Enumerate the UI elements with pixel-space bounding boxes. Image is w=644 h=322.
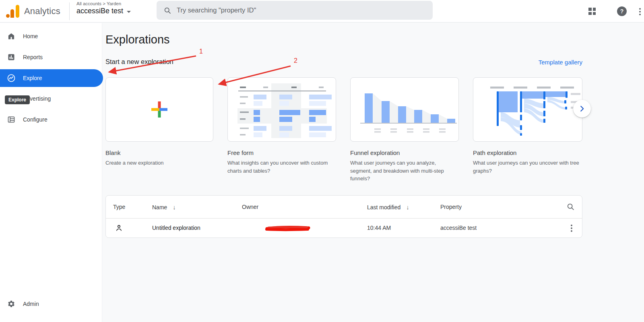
help-icon[interactable]: ? <box>617 6 627 16</box>
card-funnel-exploration[interactable]: Funnel exploration What user journeys ca… <box>350 77 459 183</box>
search-input[interactable] <box>177 6 418 14</box>
blank-thumbnail <box>105 77 213 142</box>
reports-icon <box>6 53 16 61</box>
column-header-last-modified[interactable]: Last modified↓ <box>367 196 409 219</box>
table-header: Type Name↓ Owner Last modified↓ Property <box>106 196 582 219</box>
search-icon <box>163 6 171 14</box>
top-app-bar: Analytics All accounts > Yarden accessiB… <box>0 0 644 23</box>
user-type-icon <box>115 224 123 234</box>
analytics-app: Analytics All accounts > Yarden accessiB… <box>0 0 644 322</box>
column-header-type[interactable]: Type <box>113 196 125 219</box>
sidebar-item-configure[interactable]: Configure <box>0 111 102 128</box>
explore-icon <box>6 74 16 83</box>
sidebar: Home Reports Explore <box>0 23 102 322</box>
exploration-name[interactable]: Untitled exploration <box>152 219 200 237</box>
property-value: accessiBe test <box>440 219 477 237</box>
chevron-down-icon <box>127 11 131 13</box>
row-more-options-icon[interactable] <box>571 225 572 232</box>
card-title: Funnel exploration <box>350 149 459 156</box>
chevron-right-icon <box>578 104 586 113</box>
plus-icon <box>150 100 169 119</box>
card-description: What user journeys can you analyze, segm… <box>350 159 459 183</box>
card-title: Free form <box>227 149 336 156</box>
card-description: Create a new exploration <box>105 159 213 167</box>
table-row[interactable]: Untitled exploration 10:44 AM accessiBe … <box>106 219 582 237</box>
analytics-logo-icon <box>6 4 20 19</box>
card-blank[interactable]: Blank Create a new exploration <box>105 77 213 167</box>
sidebar-item-label: Explore <box>23 75 42 81</box>
sort-descending-icon: ↓ <box>173 204 176 211</box>
gear-icon <box>6 300 16 308</box>
card-free-form[interactable]: Free form What insights can you uncover … <box>227 77 336 175</box>
table-search-icon[interactable] <box>566 202 575 213</box>
sidebar-item-label: Admin <box>23 301 39 307</box>
page-title: Explorations <box>105 33 170 46</box>
funnel-thumbnail <box>350 77 459 142</box>
carousel-next-button[interactable] <box>573 100 591 118</box>
configure-icon <box>6 116 16 124</box>
last-modified-value: 10:44 AM <box>367 219 391 237</box>
sidebar-item-explore[interactable]: Explore <box>0 69 103 87</box>
sidebar-item-admin[interactable]: Admin <box>0 295 102 313</box>
sidebar-item-label: Home <box>23 33 38 39</box>
product-name: Analytics <box>24 6 60 17</box>
sidebar-item-reports[interactable]: Reports <box>0 48 102 66</box>
column-header-name[interactable]: Name↓ <box>152 196 176 219</box>
owner-redaction-scribble <box>265 225 310 233</box>
path-thumbnail <box>473 77 582 142</box>
explore-tooltip: Explore <box>5 95 30 104</box>
annotation-label-1: 1 <box>199 48 203 55</box>
search-bar[interactable] <box>157 1 433 20</box>
sort-descending-icon: ↓ <box>406 204 409 211</box>
topbar-divider <box>69 2 70 20</box>
section-subtitle: Start a new exploration <box>105 58 173 66</box>
card-description: What user journeys can you uncover with … <box>473 159 582 175</box>
home-icon <box>6 32 16 40</box>
card-description: What insights can you uncover with custo… <box>227 159 336 175</box>
card-title: Blank <box>105 149 213 156</box>
card-title: Path exploration <box>473 149 582 156</box>
explorations-table: Type Name↓ Owner Last modified↓ Property <box>105 195 582 238</box>
template-gallery-link[interactable]: Template gallery <box>462 59 582 66</box>
card-path-exploration[interactable]: Path exploration What user journeys can … <box>473 77 582 175</box>
account-switcher[interactable]: All accounts > Yarden accessiBe test <box>76 1 131 15</box>
account-name: accessiBe test <box>76 7 123 15</box>
column-header-owner[interactable]: Owner <box>242 196 258 219</box>
sidebar-item-home[interactable]: Home <box>0 27 102 45</box>
free-form-thumbnail <box>227 77 336 142</box>
annotation-label-2: 2 <box>294 57 297 64</box>
breadcrumb: All accounts > Yarden <box>76 1 131 6</box>
column-header-property[interactable]: Property <box>440 196 462 219</box>
analytics-logo[interactable]: Analytics <box>6 4 60 19</box>
sidebar-item-label: Configure <box>23 116 47 123</box>
more-options-icon[interactable] <box>639 8 641 15</box>
apps-grid-icon[interactable] <box>588 8 596 15</box>
sidebar-item-label: Reports <box>23 54 43 60</box>
